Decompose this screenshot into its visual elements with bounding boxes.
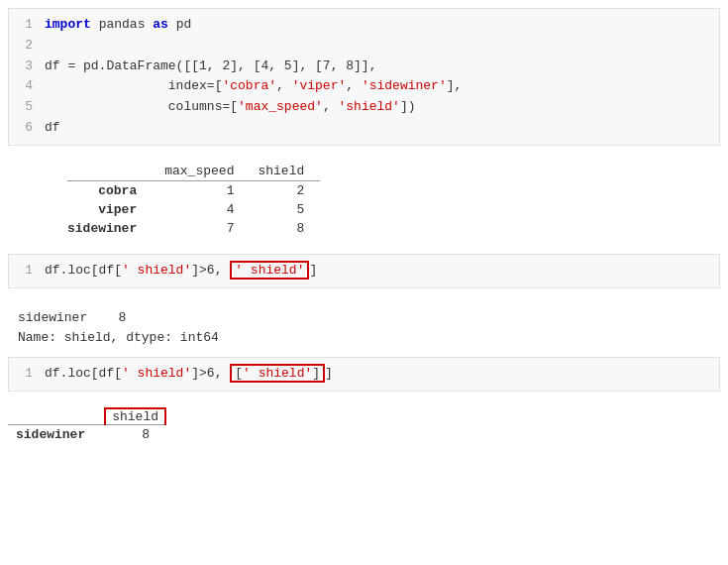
code-block-3: 1 df.loc[df[' shield']>6, [' shield']] [8,357,720,392]
code-line-5: 5 columns=['max_speed', 'shield']) [19,97,709,118]
line-num-2: 2 [19,36,33,56]
code-line-6: 6 df [19,118,709,139]
row-viper-shield: 5 [250,200,320,219]
row-cobra-index: cobra [67,180,156,200]
col-shield-header: shield [250,162,320,181]
row-viper-maxspeed: 4 [156,200,250,219]
output-block-1: sidewiner 8 Name: shield, dtype: int64 [8,304,720,358]
output-line-1: sidewiner 8 [18,308,710,329]
df-table: max_speed shield cobra 1 2 viper 4 5 sid… [67,162,320,238]
highlight-shield-1: ' shield' [230,261,309,280]
kw-as: as [153,17,168,32]
code-content-1: import pandas as pd [45,15,709,36]
line-num-1: 1 [19,15,33,36]
line-num-5: 5 [19,97,33,118]
row-sidewiner-maxspeed: 7 [156,219,250,238]
col-max-speed-header: max_speed [156,162,250,181]
line-num-3: 3 [19,56,33,77]
code-line-2-1: 1 df.loc[df[' shield']>6, ' shield'] [19,261,709,282]
row-viper-index: viper [67,200,156,219]
small-row-sidewiner-index: sidewiner [8,424,105,444]
table-header-row: max_speed shield [67,162,320,181]
line-num-3-1: 1 [19,364,33,385]
code-block-2: 1 df.loc[df[' shield']>6, ' shield'] [8,254,720,288]
table-row: sidewiner 7 8 [67,219,320,238]
col-index-header [67,162,156,181]
output-line-2: Name: shield, dtype: int64 [18,328,710,349]
table-row: viper 4 5 [67,200,320,219]
output-table-container-2: shield sidewiner 8 [8,407,720,444]
page-wrapper: 1 import pandas as pd 2 3 df = pd.DataFr… [0,0,728,452]
table-row: cobra 1 2 [67,180,320,200]
small-row-sidewiner-shield: 8 [105,424,165,444]
small-table-row: sidewiner 8 [8,424,165,444]
highlight-shield-2: [' shield'] [230,364,325,383]
row-cobra-shield: 2 [250,180,320,200]
kw-import: import [45,17,91,32]
code-line-1: 1 import pandas as pd [19,15,709,36]
line-num-2-1: 1 [19,261,33,282]
code-block-1: 1 import pandas as pd 2 3 df = pd.DataFr… [8,8,720,146]
dataframe-table-1: max_speed shield cobra 1 2 viper 4 5 sid… [67,162,720,238]
code-line-2: 2 [19,36,709,56]
code-line-4: 4 index=['cobra', 'viper', 'sidewiner'], [19,76,709,97]
small-col-shield-header: shield [105,408,165,425]
row-sidewiner-index: sidewiner [67,219,156,238]
line-num-4: 4 [19,76,33,97]
code-df-var: df [45,118,709,139]
code-line-3: 3 df = pd.DataFrame([[1, 2], [4, 5], [7,… [19,56,709,77]
small-output-table: shield sidewiner 8 [8,407,166,444]
code-line-3-1: 1 df.loc[df[' shield']>6, [' shield']] [19,364,709,385]
line-num-6: 6 [19,118,33,139]
row-cobra-maxspeed: 1 [156,180,250,200]
small-table-header-row: shield [8,408,165,425]
row-sidewiner-shield: 8 [250,219,320,238]
